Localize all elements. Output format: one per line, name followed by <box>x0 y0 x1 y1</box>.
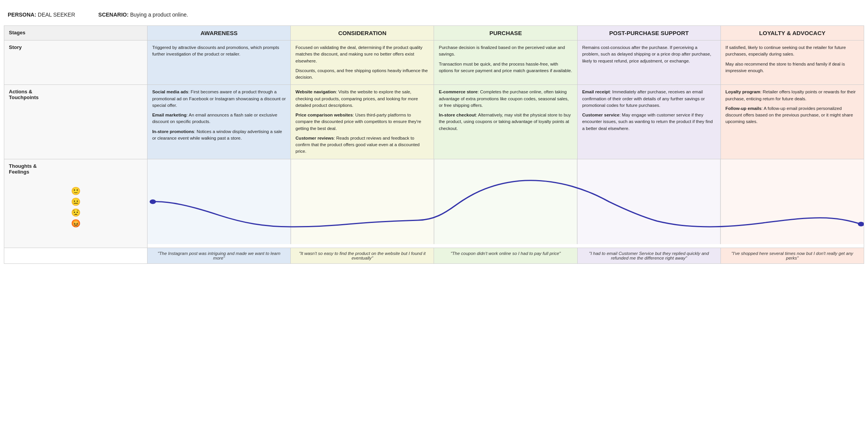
story-purchase-cell: Purchase decision is finalized based on … <box>434 40 577 85</box>
story-purchase-content: Purchase decision is finalized based on … <box>439 44 572 74</box>
header-loyalty: LOYALTY & ADVOCACY <box>721 26 864 40</box>
quote-awareness: "The Instagram post was intriguing and m… <box>158 251 280 260</box>
persona-section: PERSONA: DEAL SEEKER <box>8 12 75 18</box>
story-row: Story Triggered by attractive discounts … <box>4 40 864 85</box>
actions-awareness-content: Social media ads: First becomes aware of… <box>152 89 286 142</box>
emoji-happy: 🙂 <box>71 186 81 196</box>
actions-label-cell: Actions &Touchpoints <box>4 85 147 159</box>
actions-post-content: Email receipt: Immediately after purchas… <box>582 89 716 132</box>
quote-loyalty-cell: "I've shopped here several times now but… <box>721 248 864 263</box>
actions-consideration-cell: Website navigation: Visits the website t… <box>291 85 434 159</box>
thoughts-label-text: Thoughts &Feelings <box>9 163 142 175</box>
quotes-row: "The Instagram post was intriguing and m… <box>4 248 864 263</box>
actions-awareness-p2: Email marketing: An email announces a fl… <box>152 112 286 125</box>
story-consideration-cell: Focused on validating the deal, determin… <box>291 40 434 85</box>
actions-consideration-content: Website navigation: Visits the website t… <box>295 89 429 155</box>
svg-rect-3 <box>577 159 721 244</box>
emoji-sad: 😟 <box>71 208 81 217</box>
actions-awareness-cell: Social media ads: First becomes aware of… <box>147 85 291 159</box>
story-post-cell: Remains cost-conscious after the purchas… <box>577 40 721 85</box>
actions-loyalty-cell: Loyalty program: Retailer offers loyalty… <box>721 85 864 159</box>
story-loyalty-content: If satisfied, likely to continue seeking… <box>726 44 859 74</box>
story-label-cell: Story <box>4 40 147 85</box>
quote-label-cell <box>4 248 147 263</box>
actions-label: Actions &Touchpoints <box>9 89 39 100</box>
actions-post-cell: Email receipt: Immediately after purchas… <box>577 85 721 159</box>
story-consideration-p1: Focused on validating the deal, determin… <box>295 44 429 64</box>
page-wrapper: PERSONA: DEAL SEEKER SCENARIO: Buying a … <box>0 0 868 268</box>
actions-loyalty-content: Loyalty program: Retailer offers loyalty… <box>726 89 859 125</box>
quote-purchase: "The coupon didn't work online so I had … <box>451 251 561 256</box>
stages-label-cell: Stages <box>4 26 147 40</box>
emotion-chart-svg <box>147 159 864 244</box>
header-consideration: CONSIDERATION <box>291 26 434 40</box>
actions-purchase-content: E-commerce store: Completes the purchase… <box>439 89 572 132</box>
header: PERSONA: DEAL SEEKER SCENARIO: Buying a … <box>4 8 864 25</box>
actions-awareness-p1: Social media ads: First becomes aware of… <box>152 89 286 109</box>
stages-header-row: Stages AWARENESS CONSIDERATION PURCHASE … <box>4 26 864 40</box>
quote-awareness-cell: "The Instagram post was intriguing and m… <box>147 248 291 263</box>
header-post: POST-PURCHASE SUPPORT <box>577 26 721 40</box>
actions-consideration-p2: Price comparison websites: Uses third-pa… <box>295 112 429 132</box>
scenario-section: SCENARIO: Buying a product online. <box>98 12 188 18</box>
quote-consideration-cell: "It wasn't so easy to find the product o… <box>291 248 434 263</box>
actions-awareness-p3: In-store promotions: Notices a window di… <box>152 128 286 142</box>
persona-value: DEAL SEEKER <box>38 12 75 18</box>
emoji-angry: 😡 <box>71 219 81 228</box>
svg-rect-1 <box>291 159 434 244</box>
header-awareness: AWARENESS <box>147 26 291 40</box>
persona-label: PERSONA: <box>8 12 38 18</box>
story-consideration-p2: Discounts, coupons, and free shipping op… <box>295 67 429 81</box>
actions-consideration-p1: Website navigation: Visits the website t… <box>295 89 429 109</box>
actions-purchase-p1: E-commerce store: Completes the purchase… <box>439 89 572 109</box>
thoughts-row: Thoughts &Feelings 🙂 😐 😟 😡 <box>4 159 864 248</box>
svg-rect-0 <box>147 159 291 244</box>
scenario-label: SCENARIO: <box>98 12 130 18</box>
story-loyalty-p1: If satisfied, likely to continue seeking… <box>726 44 859 58</box>
header-purchase: PURCHASE <box>434 26 577 40</box>
quote-loyalty: "I've shopped here several times now but… <box>731 251 853 260</box>
svg-rect-2 <box>434 159 577 244</box>
story-label: Story <box>9 44 22 50</box>
actions-consideration-p3: Customer reviews: Reads product reviews … <box>295 135 429 155</box>
thoughts-label-cell: Thoughts &Feelings 🙂 😐 😟 😡 <box>4 159 147 248</box>
story-post-text: Remains cost-conscious after the purchas… <box>582 44 716 64</box>
actions-purchase-cell: E-commerce store: Completes the purchase… <box>434 85 577 159</box>
story-purchase-p2: Transaction must be quick, and the proce… <box>439 61 572 74</box>
scenario-value: Buying a product online. <box>130 12 188 18</box>
emoji-scale: 🙂 😐 😟 😡 <box>9 175 142 228</box>
actions-post-p2: Customer service: May engage with custom… <box>582 112 716 132</box>
quote-post-cell: "I had to email Customer Service but the… <box>577 248 721 263</box>
svg-rect-4 <box>721 159 864 244</box>
quote-post: "I had to email Customer Service but the… <box>589 251 709 260</box>
story-awareness-cell: Triggered by attractive discounts and pr… <box>147 40 291 85</box>
stages-text: Stages <box>9 30 25 35</box>
emoji-neutral: 😐 <box>71 197 81 206</box>
story-awareness-content: Triggered by attractive discounts and pr… <box>152 44 286 58</box>
story-loyalty-p2: May also recommend the store to friends … <box>726 61 859 74</box>
story-awareness-text: Triggered by attractive discounts and pr… <box>152 44 286 58</box>
story-consideration-content: Focused on validating the deal, determin… <box>295 44 429 81</box>
actions-loyalty-p2: Follow-up emails: A follow-up email prov… <box>726 105 859 125</box>
actions-post-p1: Email receipt: Immediately after purchas… <box>582 89 716 109</box>
actions-purchase-p2: In-store checkout: Alternatively, may vi… <box>439 112 572 132</box>
quote-purchase-cell: "The coupon didn't work online so I had … <box>434 248 577 263</box>
story-loyalty-cell: If satisfied, likely to continue seeking… <box>721 40 864 85</box>
story-purchase-p1: Purchase decision is finalized based on … <box>439 44 572 58</box>
start-dot <box>150 199 156 204</box>
actions-row: Actions &Touchpoints Social media ads: F… <box>4 85 864 159</box>
journey-map-table: Stages AWARENESS CONSIDERATION PURCHASE … <box>4 25 864 264</box>
emotion-chart-cell <box>147 159 864 248</box>
actions-loyalty-p1: Loyalty program: Retailer offers loyalty… <box>726 89 859 102</box>
quote-consideration: "It wasn't so easy to find the product o… <box>299 251 426 260</box>
story-post-content: Remains cost-conscious after the purchas… <box>582 44 716 64</box>
